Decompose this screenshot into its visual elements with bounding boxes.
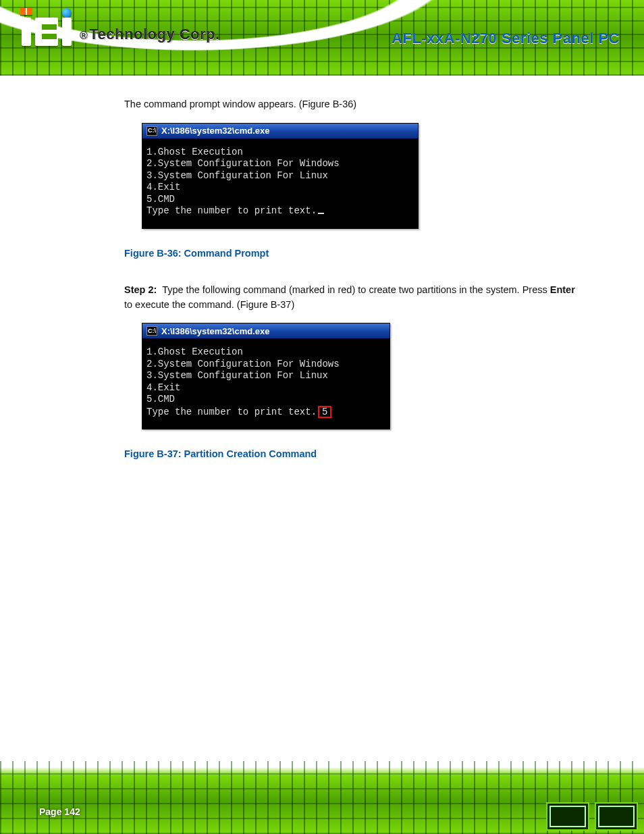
logo-mark [22, 18, 72, 46]
brand-tagline-text: Technology Corp. [89, 26, 219, 43]
cmd1-line-1: 1.Ghost Execution [146, 147, 243, 157]
figure-2-caption: Figure B-37: Partition Creation Command [124, 448, 583, 459]
system-menu-icon: C:\ [146, 126, 157, 136]
logo-letter-i2 [62, 18, 72, 46]
cmd2-console: 1.Ghost Execution 2.System Configuration… [142, 338, 390, 429]
cmd2-line-6: Type the number to print text. [146, 407, 317, 417]
page-number: Page 142 [39, 807, 80, 816]
step-2-key: Enter [550, 284, 575, 295]
figure-1-caption: Figure B-36: Command Prompt [124, 248, 583, 259]
chip-icon [598, 806, 635, 827]
cmd1-line-4: 4.Exit [146, 182, 180, 192]
cmd1-line-3: 3.System Configuration For Linux [146, 170, 328, 181]
system-menu-icon: C:\ [146, 326, 157, 336]
step-2-body-a: Type the following command (marked in re… [162, 284, 547, 295]
cmd2-line-4: 4.Exit [146, 382, 180, 393]
step-2-text: Step 2: Type the following command (mark… [124, 283, 583, 313]
cmd1-line-6: Type the number to print text. [146, 205, 317, 216]
cmd2-line-1: 1.Ghost Execution [146, 346, 243, 357]
logo: ®Technology Corp. [22, 18, 220, 46]
step-2-body-b: to execute the command. (Figure B-37) [124, 299, 294, 310]
registered-mark: ® [80, 30, 88, 41]
cmd1-console: 1.Ghost Execution 2.System Configuration… [142, 138, 418, 228]
cmd2-titlebar: C:\ X:\I386\system32\cmd.exe [142, 323, 390, 338]
cmd2-line-5: 5.CMD [146, 394, 175, 405]
logo-letter-e [35, 18, 58, 46]
page-body: The command prompt window appears. (Figu… [0, 76, 644, 834]
document-title: AFL-xxA-N270 Series Panel PC [392, 30, 620, 47]
cursor-icon [318, 213, 324, 214]
cmd1-line-5: 5.CMD [146, 194, 175, 205]
cmd-window-1: C:\ X:\I386\system32\cmd.exe 1.Ghost Exe… [142, 123, 419, 229]
typed-command-highlight: 5 [318, 406, 331, 419]
step-2-label: Step 2: [124, 284, 157, 295]
logo-letter-i [22, 18, 31, 46]
cmd2-line-3: 3.System Configuration For Linux [146, 370, 328, 381]
cmd-window-2: C:\ X:\I386\system32\cmd.exe 1.Ghost Exe… [142, 323, 390, 429]
cmd2-line-2: 2.System Configuration For Windows [146, 359, 340, 369]
cmd1-titlebar: C:\ X:\I386\system32\cmd.exe [142, 124, 418, 138]
cmd1-title: X:\I386\system32\cmd.exe [161, 126, 269, 135]
brand-tagline: ®Technology Corp. [80, 26, 220, 43]
chip-icon [549, 806, 586, 827]
step-1-text: The command prompt window appears. (Figu… [124, 97, 583, 112]
cmd2-title: X:\I386\system32\cmd.exe [161, 327, 269, 336]
pcb-decor [549, 806, 635, 827]
cmd1-line-2: 2.System Configuration For Windows [146, 158, 340, 169]
header-banner: ®Technology Corp. AFL-xxA-N270 Series Pa… [0, 0, 644, 76]
footer-banner: Page 142 [0, 761, 644, 834]
